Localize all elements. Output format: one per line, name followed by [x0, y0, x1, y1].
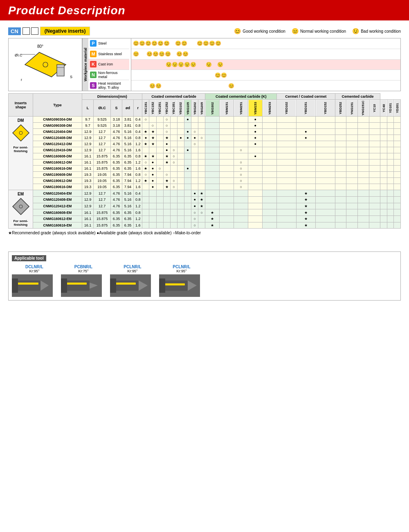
grade-cell-YD101 — [387, 216, 393, 222]
grade-cell-YBM253 — [263, 159, 277, 166]
svg-text:ØI.C: ØI.C — [15, 53, 22, 57]
row-L: 16.1 — [82, 222, 94, 229]
th-ybg105: YBG105 — [184, 100, 191, 117]
svg-marker-19 — [90, 283, 98, 289]
grade-cell-YD201 — [394, 190, 401, 197]
row-S: 4.76 — [110, 147, 122, 153]
row-od: 7.94 — [122, 172, 134, 178]
grade-cell-YBD252 — [335, 172, 346, 178]
grade-cell-YBG302 — [205, 123, 220, 129]
grade-cell-YBC252: ★ — [163, 159, 170, 166]
grade-cell-YNG151 — [346, 153, 358, 159]
grade-cell-YBD152 — [316, 222, 335, 229]
grade-cell-YBC351 — [170, 209, 177, 216]
row-type: CNMG160616-DM — [33, 166, 82, 172]
tool-1-svg — [12, 274, 53, 297]
th-yc40: YC40 — [380, 100, 387, 117]
th-od: ød — [122, 100, 134, 117]
row-L: 9.7 — [82, 117, 94, 123]
grade-cell-YC40 — [380, 159, 387, 166]
grade-cell-YBC252: ○ — [163, 129, 170, 135]
grade-cell-YD101 — [387, 129, 393, 135]
grade-cell-YBC252: ★ — [163, 135, 170, 141]
row-type: CNMG160612-DM — [33, 159, 82, 166]
table-row: CNMG160608-EM16.115.8756.356.350.8○○★★ — [9, 209, 401, 216]
grade-cell-YBC351 — [170, 197, 177, 203]
grade-cell-YBM251 — [234, 197, 248, 203]
row-r: 0.8 — [134, 197, 142, 203]
grade-cell-YBD252 — [335, 123, 346, 129]
wm-text-s: Heat resistant alloy, Ti alloy — [98, 81, 128, 90]
grade-cell-YD201 — [394, 117, 401, 123]
row-type: CNMG160608-DM — [33, 153, 82, 159]
grade-cell-YNG151 — [346, 129, 358, 135]
grade-cell-YBD152 — [316, 197, 335, 203]
row-od: 5.16 — [122, 129, 134, 135]
th-ybg102: YBG102 — [177, 100, 184, 117]
row-IC: 12.7 — [94, 147, 111, 153]
grade-cell-YBC152 — [149, 117, 156, 123]
row-type: CNMG120412-DM — [33, 141, 82, 147]
grade-cell-YBG205 — [198, 123, 205, 129]
tools-row: DCLNR/L Kr:95° PCBNR/L Kr:75° — [12, 265, 397, 297]
tool-3-name: PCLNR/L — [110, 265, 155, 269]
grade-cell-YBD252 — [335, 166, 346, 172]
grade-cell-YC40 — [380, 203, 387, 209]
grade-cell-YBM251 — [234, 203, 248, 209]
page-header: Product Description — [0, 0, 409, 20]
grade-cell-YBG102 — [177, 209, 184, 216]
grade-cell-YBG202 — [191, 166, 198, 172]
row-L: 16.1 — [82, 159, 94, 166]
row-od: 6.35 — [122, 153, 134, 159]
grade-cell-YBG105 — [184, 172, 191, 178]
grade-cell-YBM153 — [248, 203, 263, 209]
table-row: CNMG160612-EM16.115.8756.356.351.2○★★ — [9, 216, 401, 222]
grade-cell-YBM253 — [263, 203, 277, 209]
tool-3-kr: Kr:95° — [110, 269, 155, 273]
row-IC: 15.875 — [94, 209, 111, 216]
grade-cell-YBD102 — [277, 153, 296, 159]
grade-cell-YBG302: ★ — [205, 209, 220, 216]
grade-cell-YBG302 — [205, 203, 220, 209]
grade-cell-YBG205 — [198, 172, 205, 178]
svg-text:S: S — [70, 75, 72, 79]
svg-marker-15 — [40, 281, 49, 291]
grade-cell-YBC152: ● — [149, 166, 156, 172]
grade-cell-YBG202: ○ — [191, 141, 198, 147]
grade-cell-YBM251 — [234, 141, 248, 147]
grade-cell-YBM153: ● — [248, 135, 263, 141]
grade-cell-YBM151 — [220, 147, 234, 153]
product-table: Insertsshape Type Dimensions(mm) Coated … — [8, 93, 401, 229]
grade-cell-YD201 — [394, 216, 401, 222]
grade-cell-YD201 — [394, 123, 401, 129]
grade-cell-YBD102 — [277, 123, 296, 129]
th-ybc251: YBC251 — [156, 100, 163, 117]
grade-cell-YBC351: ○ — [170, 184, 177, 190]
row-od: 3.81 — [122, 117, 134, 123]
grade-cell-YBC252: ★ — [163, 153, 170, 159]
row-IC: 15.875 — [94, 222, 111, 229]
grade-cell-YC10 — [369, 166, 380, 172]
grade-cell-YBC151 — [142, 184, 149, 190]
grade-row-k: 😟😟😟😟😟 😟 😟 — [131, 60, 400, 70]
grade-cell-YBM153 — [248, 222, 263, 229]
grade-cell-YBG202: ○ — [191, 216, 198, 222]
grade-cell-YBD152 — [316, 159, 335, 166]
grade-cell-YBC152 — [149, 190, 156, 197]
grade-cell-YNG151C — [357, 159, 369, 166]
grade-cell-YBC351 — [170, 117, 177, 123]
grade-cell-YBG202: ○ — [191, 222, 198, 229]
grade-cell-YC40 — [380, 172, 387, 178]
row-r: 1.2 — [134, 141, 142, 147]
grade-cell-YBC151 — [142, 190, 149, 197]
grade-cell-YBC251 — [156, 209, 163, 216]
grade-s-icon2: 😊 — [228, 83, 234, 89]
grade-cell-YBC152: ★ — [149, 129, 156, 135]
grade-cell-YBC251: ○ — [156, 166, 163, 172]
grade-cell-YNG151 — [346, 147, 358, 153]
row-L: 19.3 — [82, 184, 94, 190]
th-ybc351: YBC351 — [170, 100, 177, 117]
grade-cell-YBC251 — [156, 172, 163, 178]
grade-cell-YBD102 — [277, 178, 296, 184]
row-od: 6.35 — [122, 159, 134, 166]
